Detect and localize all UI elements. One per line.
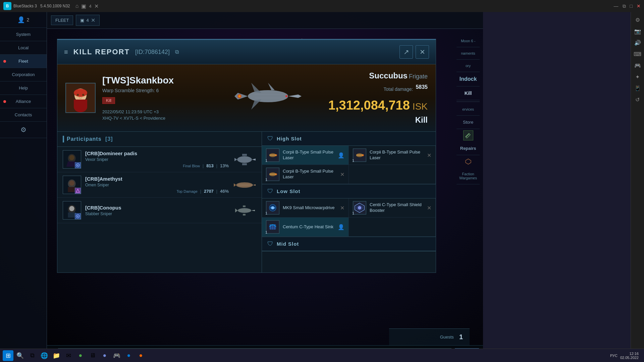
start-button[interactable]: ⊞ <box>3 350 13 361</box>
fleet-dot <box>3 60 6 63</box>
edge-icon[interactable]: 🌐 <box>39 350 50 361</box>
home-icon[interactable]: ⌂ <box>75 3 79 9</box>
sidebar-player-icon[interactable]: 👤 2 <box>0 12 47 28</box>
bs-tool-8[interactable]: ↺ <box>633 95 643 105</box>
eq-action-low-2[interactable]: ✕ <box>427 205 431 211</box>
svg-marker-54 <box>251 210 255 211</box>
kill-type-label: Kill <box>328 115 428 125</box>
restore-button[interactable]: ⧉ <box>623 3 626 9</box>
participant-details-2: [CRB]Amethyst Omen Sniper Top Damage | 2… <box>85 176 229 194</box>
monitor-label: 4 <box>86 18 89 23</box>
sidebar-item-system[interactable]: System <box>0 28 47 41</box>
eq-action-low-3[interactable]: 👤 <box>338 224 344 230</box>
corp-badge-3 <box>75 213 81 219</box>
bs-tool-5[interactable]: 🎮 <box>633 60 643 70</box>
eq-icon-1 <box>266 148 279 162</box>
bs-tool-2[interactable]: 📷 <box>633 26 643 36</box>
svg-rect-37 <box>242 163 247 165</box>
eq-action-3[interactable]: ✕ <box>340 171 344 178</box>
explorer-icon[interactable]: 📁 <box>51 350 62 361</box>
close-modal-button[interactable]: ✕ <box>416 45 429 59</box>
game-area: 👤 2 System Local Fleet Corporation Help … <box>0 12 483 362</box>
eq-name-low-1: MK9 Small Microwarpdrive <box>283 205 335 211</box>
bs-tool-4[interactable]: ⌨ <box>633 49 643 59</box>
eq-icon-low-2 <box>353 201 366 215</box>
close-tab-icon[interactable]: ✕ <box>94 3 99 9</box>
app-icon-5[interactable]: 🖥 <box>87 350 98 361</box>
app-icon-8[interactable]: ● <box>123 350 134 361</box>
isk-label: ISK <box>413 101 428 112</box>
svg-rect-56 <box>243 205 246 207</box>
low-slot-grid: 1 MK9 Small Microwarpdrive ✕ <box>262 198 436 237</box>
eq-name-low-2: Centii C-Type Small Shield Booster <box>370 202 424 214</box>
svg-marker-18 <box>251 83 261 93</box>
sidebar-item-help[interactable]: Help <box>0 81 47 95</box>
kill-badge: Kill <box>102 97 115 104</box>
sidebar-item-contacts[interactable]: Contacts <box>0 108 47 122</box>
nav-tab-monitor[interactable]: ▣ 4 ✕ <box>76 15 99 26</box>
sidebar-item-corporation[interactable]: Corporation <box>0 68 47 81</box>
maximize-button[interactable]: □ <box>630 3 633 9</box>
high-slot-item-4 <box>349 165 436 184</box>
monitor-count: 4 <box>89 4 91 9</box>
participant-avatar-2 <box>63 176 81 194</box>
participant-name-3: [CRB]Conopus <box>85 205 229 210</box>
modal-title: KILL REPORT <box>73 48 130 56</box>
high-slot-item-3: 1 Corpii B-Type Small Pulse Laser ✕ <box>262 165 349 184</box>
low-slot-item-4 <box>349 218 436 237</box>
nav-tab-fleet[interactable]: FLEET <box>51 15 73 25</box>
fleet-label: FLEET <box>55 18 69 23</box>
pilot-name: [TWS]Skankbox <box>102 75 214 86</box>
eq-action-1[interactable]: 👤 <box>338 152 344 159</box>
sidebar-item-alliance[interactable]: Alliance <box>0 95 47 108</box>
close-button[interactable]: ✕ <box>637 3 641 9</box>
svg-point-69 <box>275 173 277 175</box>
bs-tool-7[interactable]: 📱 <box>633 83 643 93</box>
svg-point-10 <box>74 89 87 97</box>
app-icon-7[interactable]: 🎮 <box>111 350 122 361</box>
bs-tool-6[interactable]: ✦ <box>633 72 643 82</box>
svg-point-76 <box>358 206 361 209</box>
app-icon-9[interactable]: ● <box>136 350 146 361</box>
modal-menu-icon[interactable]: ≡ <box>64 48 68 56</box>
participants-header: Participants [3] <box>57 132 262 147</box>
section-title: Participants [3] <box>67 136 113 142</box>
minimize-button[interactable]: — <box>614 3 619 9</box>
window-icon[interactable]: ▣ <box>81 3 86 9</box>
participant-ship-img-3 <box>233 202 256 219</box>
svg-marker-19 <box>251 100 261 110</box>
participant-row: [CRB]Domineer padis Vexor Sniper Final B… <box>57 147 262 172</box>
eq-action-low-1[interactable]: ✕ <box>340 205 344 211</box>
eq-count-low-2: 1 <box>352 211 354 215</box>
export-button[interactable]: ↗ <box>399 45 413 59</box>
svg-marker-34 <box>252 159 256 161</box>
eq-action-2[interactable]: ✕ <box>427 152 431 159</box>
participant-row-2: [CRB]Amethyst Omen Sniper Top Damage | 2… <box>57 172 262 198</box>
chrome-icon[interactable]: ● <box>75 350 86 361</box>
svg-point-40 <box>69 180 74 185</box>
mail-icon[interactable]: ✉ <box>63 350 74 361</box>
participant-name-1: [CRB]Domineer padis <box>85 150 229 156</box>
sidebar-item-local[interactable]: Local <box>0 41 47 55</box>
svg-point-61 <box>275 154 277 156</box>
search-taskbar[interactable]: 🔍 <box>15 350 25 361</box>
eq-icon-low-3 <box>266 220 279 234</box>
high-slot-section: 🛡 High Slot <box>262 132 436 184</box>
bs-tool-3[interactable]: 🔊 <box>633 38 643 48</box>
sidebar-item-fleet[interactable]: Fleet <box>0 55 47 68</box>
sidebar-gear[interactable]: ⚙ <box>0 122 47 138</box>
eq-count-2: 1 <box>352 159 354 163</box>
windows-taskbar: ⊞ 🔍 ⧉ 🌐 📁 ✉ ● 🖥 ● 🎮 ● ● РУС 12:16 02.05.… <box>0 349 644 362</box>
eq-icon-low-1 <box>266 201 279 215</box>
svg-point-25 <box>285 95 287 97</box>
participant-avatar-1 <box>63 150 81 169</box>
copy-icon[interactable]: ⧉ <box>175 49 179 55</box>
svg-marker-44 <box>253 184 256 186</box>
monitor-close[interactable]: ✕ <box>91 17 95 23</box>
mid-slot-title: Mid Slot <box>277 241 299 247</box>
app-logo: B BlueStacks 3 5.4.50.1009 N32 <box>3 2 70 10</box>
bs-tool-1[interactable]: ⚙ <box>633 15 643 25</box>
taskview-taskbar[interactable]: ⧉ <box>27 350 38 361</box>
discord-icon[interactable]: ● <box>99 350 110 361</box>
svg-rect-36 <box>242 154 247 156</box>
